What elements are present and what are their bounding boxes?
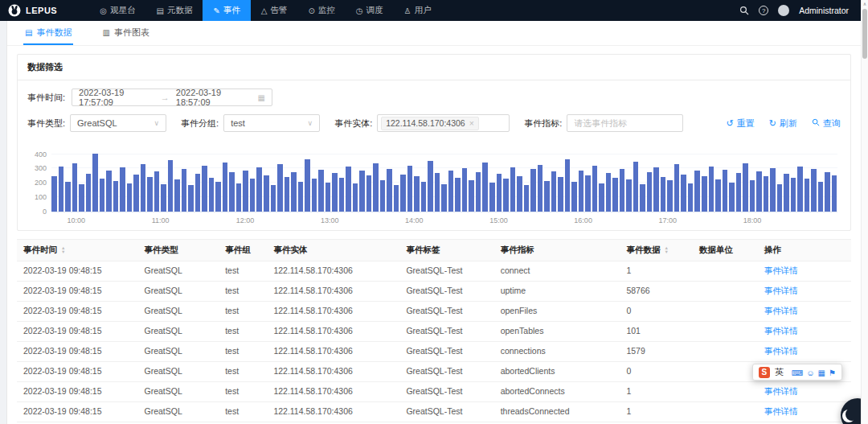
calendar-icon: ▦ [258,93,265,102]
scrollbar-thumb[interactable] [862,9,867,59]
event-detail-link[interactable]: 事件详情 [764,386,798,396]
emoji-icon[interactable]: ☺ [806,368,814,377]
event-detail-link[interactable]: 事件详情 [764,266,798,275]
cell-tag: GreatSQL-Test [399,382,493,401]
event-detail-link[interactable]: 事件详情 [764,326,798,335]
y-tick-label: 300 [35,164,47,172]
table-row: 2022-03-19 09:48:15GreatSQLtest122.114.5… [17,322,851,342]
bar [359,171,365,212]
event-detail-link[interactable]: 事件详情 [764,406,798,416]
tab-event-charts[interactable]: ▥事件图表 [100,21,150,45]
event-detail-link[interactable]: 事件详情 [764,346,798,356]
menu-item-users[interactable]: ♙用户 [394,0,442,21]
bar [503,179,509,212]
avatar[interactable] [778,5,789,16]
event-group-select[interactable]: test ∨ [223,114,320,132]
cell-type: GreatSQL [138,261,219,281]
cell-action: 事件详情 [758,322,851,341]
toolbox-icon[interactable]: ⚑ [829,368,836,377]
cell-type: GreatSQL [138,382,219,401]
tab-label: 事件数据 [36,27,72,39]
column-header-2: 事件组 [219,240,267,261]
cell-action: 事件详情 [758,402,851,422]
search-icon[interactable] [739,6,749,15]
refresh-label: 刷新 [780,117,797,130]
cell-metric: openFiles [494,302,620,321]
bar [113,181,119,212]
entity-tag-value: 122.114.58.170:4306 [386,118,465,128]
range-arrow-icon: → [161,93,170,102]
bar [353,183,358,212]
column-label: 事件标签 [406,245,440,256]
bar [332,173,338,212]
event-metric-input[interactable]: 请选事件指标 [567,114,683,132]
scroll-up-arrow[interactable]: ∧ [862,0,868,8]
vertical-scrollbar[interactable]: ∧ [861,0,868,424]
bar [65,182,71,212]
cell-entity: 122.114.58.170:4306 [267,382,399,401]
sorter-icon[interactable]: ▲▼ [664,246,668,254]
menu-item-observatory[interactable]: ◎观星台 [89,0,145,21]
x-tick-label: 13:00 [321,216,339,224]
cell-unit [693,322,758,341]
cell-time: 2022-03-19 09:48:15 [17,382,138,401]
ime-language-toggle[interactable]: 英 [775,366,784,378]
cell-type: GreatSQL [138,302,219,321]
x-tick-label: 12:00 [236,216,255,224]
bar [482,163,488,212]
keyboard-icon[interactable]: ⌨ [792,368,803,377]
panel-icon[interactable]: ▦ [818,368,825,377]
menu-item-events[interactable]: ✎事件 [203,0,250,21]
column-label: 事件组 [225,245,251,256]
column-header-0[interactable]: 事件时间▲▼ [17,240,138,261]
user-icon: ♙ [404,6,411,15]
close-icon[interactable]: × [469,118,474,128]
tab-event-data[interactable]: ▤事件数据 [23,21,73,45]
bar [661,177,666,212]
bar [428,161,433,212]
menu-item-alerts[interactable]: △告警 [251,0,298,21]
bar [51,176,57,212]
y-tick-label: 0 [43,208,47,216]
bar [346,167,351,212]
bar [243,171,248,212]
bar [702,176,707,212]
bar [524,185,530,212]
refresh-button[interactable]: ↻ 刷新 [769,117,797,130]
username: Administrator [799,6,849,15]
menu-item-label: 元数据 [167,5,193,16]
menu-item-monitoring[interactable]: ⊙监控 [297,0,345,21]
event-detail-link[interactable]: 事件详情 [764,286,798,295]
cell-action: 事件详情 [758,302,851,321]
date-range-picker[interactable]: 2022-03-19 17:57:09 → 2022-03-19 18:57:0… [72,89,272,106]
menu-item-scheduling[interactable]: ◷调度 [346,0,394,21]
bar [400,175,406,212]
column-label: 操作 [764,245,781,256]
filter-actions: ↺ 重置 ↻ 刷新 查询 [727,117,841,130]
sogou-logo-icon[interactable]: S [759,367,770,378]
menu-item-metadata[interactable]: ▤元数据 [145,0,203,21]
range-start-value: 2022-03-19 17:57:09 [79,88,154,107]
help-icon[interactable]: ? [759,6,768,15]
sort-down-icon: ▼ [61,250,65,254]
menu-item-label: 监控 [318,5,335,16]
bar [688,183,694,212]
query-button[interactable]: 查询 [812,117,841,130]
bar [729,183,735,212]
event-type-select[interactable]: GreatSQL ∨ [70,114,166,132]
entity-tag: 122.114.58.170:4306 × [381,117,479,130]
sorter-icon[interactable]: ▲▼ [61,246,65,254]
cell-metric: uptime [494,282,620,301]
ime-icons: ⌨☺▦⚑ [788,368,836,377]
event-entity-input[interactable]: 122.114.58.170:4306 × [377,114,510,132]
cell-type: GreatSQL [138,342,219,361]
cell-metric: connect [494,261,620,281]
column-header-6[interactable]: 事件数据▲▼ [620,240,692,261]
x-tick-label: 15:00 [489,216,508,224]
bar [373,163,379,212]
bar [489,183,495,212]
event-detail-link[interactable]: 事件详情 [764,306,798,315]
x-tick-label: 11:00 [152,216,170,224]
observatory-icon: ◎ [100,6,107,15]
reset-button[interactable]: ↺ 重置 [727,117,755,130]
